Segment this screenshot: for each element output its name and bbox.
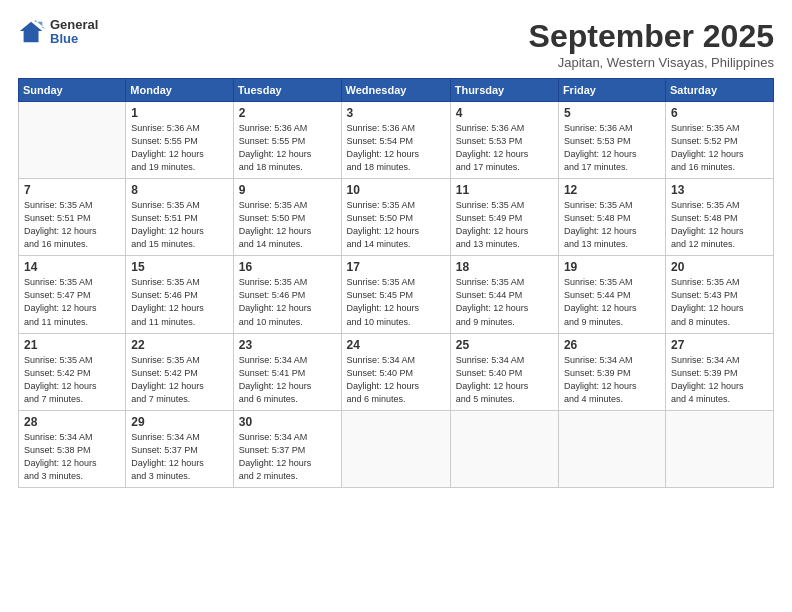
week-row-3: 14Sunrise: 5:35 AM Sunset: 5:47 PM Dayli… [19, 256, 774, 333]
logo-icon [18, 18, 46, 46]
header-cell-thursday: Thursday [450, 79, 558, 102]
week-row-5: 28Sunrise: 5:34 AM Sunset: 5:38 PM Dayli… [19, 410, 774, 487]
day-number: 23 [239, 338, 336, 352]
day-info: Sunrise: 5:35 AM Sunset: 5:47 PM Dayligh… [24, 276, 120, 328]
svg-marker-0 [20, 22, 42, 43]
day-cell: 25Sunrise: 5:34 AM Sunset: 5:40 PM Dayli… [450, 333, 558, 410]
day-cell [19, 102, 126, 179]
day-cell: 24Sunrise: 5:34 AM Sunset: 5:40 PM Dayli… [341, 333, 450, 410]
day-info: Sunrise: 5:36 AM Sunset: 5:53 PM Dayligh… [564, 122, 660, 174]
day-number: 20 [671, 260, 768, 274]
day-number: 5 [564, 106, 660, 120]
title-block: September 2025 Japitan, Western Visayas,… [529, 18, 774, 70]
day-number: 16 [239, 260, 336, 274]
day-info: Sunrise: 5:35 AM Sunset: 5:42 PM Dayligh… [131, 354, 227, 406]
day-cell: 21Sunrise: 5:35 AM Sunset: 5:42 PM Dayli… [19, 333, 126, 410]
day-cell: 1Sunrise: 5:36 AM Sunset: 5:55 PM Daylig… [126, 102, 233, 179]
day-info: Sunrise: 5:34 AM Sunset: 5:39 PM Dayligh… [564, 354, 660, 406]
day-cell: 9Sunrise: 5:35 AM Sunset: 5:50 PM Daylig… [233, 179, 341, 256]
day-cell: 23Sunrise: 5:34 AM Sunset: 5:41 PM Dayli… [233, 333, 341, 410]
calendar-table: SundayMondayTuesdayWednesdayThursdayFrid… [18, 78, 774, 488]
day-cell: 10Sunrise: 5:35 AM Sunset: 5:50 PM Dayli… [341, 179, 450, 256]
day-cell: 17Sunrise: 5:35 AM Sunset: 5:45 PM Dayli… [341, 256, 450, 333]
day-cell: 7Sunrise: 5:35 AM Sunset: 5:51 PM Daylig… [19, 179, 126, 256]
day-info: Sunrise: 5:35 AM Sunset: 5:48 PM Dayligh… [671, 199, 768, 251]
day-cell: 15Sunrise: 5:35 AM Sunset: 5:46 PM Dayli… [126, 256, 233, 333]
day-cell: 12Sunrise: 5:35 AM Sunset: 5:48 PM Dayli… [558, 179, 665, 256]
header-row: SundayMondayTuesdayWednesdayThursdayFrid… [19, 79, 774, 102]
day-cell: 20Sunrise: 5:35 AM Sunset: 5:43 PM Dayli… [665, 256, 773, 333]
day-number: 4 [456, 106, 553, 120]
day-info: Sunrise: 5:36 AM Sunset: 5:55 PM Dayligh… [131, 122, 227, 174]
day-info: Sunrise: 5:34 AM Sunset: 5:40 PM Dayligh… [347, 354, 445, 406]
day-info: Sunrise: 5:34 AM Sunset: 5:41 PM Dayligh… [239, 354, 336, 406]
day-number: 12 [564, 183, 660, 197]
day-number: 27 [671, 338, 768, 352]
day-number: 19 [564, 260, 660, 274]
day-info: Sunrise: 5:35 AM Sunset: 5:51 PM Dayligh… [131, 199, 227, 251]
day-cell: 22Sunrise: 5:35 AM Sunset: 5:42 PM Dayli… [126, 333, 233, 410]
day-cell: 18Sunrise: 5:35 AM Sunset: 5:44 PM Dayli… [450, 256, 558, 333]
day-number: 28 [24, 415, 120, 429]
location: Japitan, Western Visayas, Philippines [529, 55, 774, 70]
day-number: 7 [24, 183, 120, 197]
day-number: 11 [456, 183, 553, 197]
week-row-4: 21Sunrise: 5:35 AM Sunset: 5:42 PM Dayli… [19, 333, 774, 410]
day-number: 30 [239, 415, 336, 429]
day-cell [665, 410, 773, 487]
day-number: 2 [239, 106, 336, 120]
day-info: Sunrise: 5:36 AM Sunset: 5:55 PM Dayligh… [239, 122, 336, 174]
day-info: Sunrise: 5:35 AM Sunset: 5:51 PM Dayligh… [24, 199, 120, 251]
day-number: 9 [239, 183, 336, 197]
calendar-header: SundayMondayTuesdayWednesdayThursdayFrid… [19, 79, 774, 102]
day-number: 8 [131, 183, 227, 197]
day-number: 1 [131, 106, 227, 120]
day-number: 18 [456, 260, 553, 274]
day-number: 17 [347, 260, 445, 274]
day-cell: 5Sunrise: 5:36 AM Sunset: 5:53 PM Daylig… [558, 102, 665, 179]
day-info: Sunrise: 5:35 AM Sunset: 5:50 PM Dayligh… [347, 199, 445, 251]
day-cell: 14Sunrise: 5:35 AM Sunset: 5:47 PM Dayli… [19, 256, 126, 333]
day-number: 13 [671, 183, 768, 197]
day-cell: 26Sunrise: 5:34 AM Sunset: 5:39 PM Dayli… [558, 333, 665, 410]
day-info: Sunrise: 5:35 AM Sunset: 5:44 PM Dayligh… [456, 276, 553, 328]
day-info: Sunrise: 5:34 AM Sunset: 5:40 PM Dayligh… [456, 354, 553, 406]
day-info: Sunrise: 5:35 AM Sunset: 5:44 PM Dayligh… [564, 276, 660, 328]
day-info: Sunrise: 5:34 AM Sunset: 5:39 PM Dayligh… [671, 354, 768, 406]
day-number: 15 [131, 260, 227, 274]
header: General Blue September 2025 Japitan, Wes… [18, 18, 774, 70]
page: General Blue September 2025 Japitan, Wes… [0, 0, 792, 612]
day-number: 29 [131, 415, 227, 429]
day-number: 10 [347, 183, 445, 197]
day-info: Sunrise: 5:34 AM Sunset: 5:38 PM Dayligh… [24, 431, 120, 483]
header-cell-monday: Monday [126, 79, 233, 102]
day-info: Sunrise: 5:34 AM Sunset: 5:37 PM Dayligh… [131, 431, 227, 483]
day-cell: 4Sunrise: 5:36 AM Sunset: 5:53 PM Daylig… [450, 102, 558, 179]
day-cell: 30Sunrise: 5:34 AM Sunset: 5:37 PM Dayli… [233, 410, 341, 487]
day-cell: 19Sunrise: 5:35 AM Sunset: 5:44 PM Dayli… [558, 256, 665, 333]
day-info: Sunrise: 5:35 AM Sunset: 5:49 PM Dayligh… [456, 199, 553, 251]
day-info: Sunrise: 5:35 AM Sunset: 5:46 PM Dayligh… [239, 276, 336, 328]
day-number: 14 [24, 260, 120, 274]
day-cell [558, 410, 665, 487]
logo: General Blue [18, 18, 98, 47]
week-row-1: 1Sunrise: 5:36 AM Sunset: 5:55 PM Daylig… [19, 102, 774, 179]
header-cell-tuesday: Tuesday [233, 79, 341, 102]
header-cell-wednesday: Wednesday [341, 79, 450, 102]
day-info: Sunrise: 5:36 AM Sunset: 5:53 PM Dayligh… [456, 122, 553, 174]
calendar-body: 1Sunrise: 5:36 AM Sunset: 5:55 PM Daylig… [19, 102, 774, 488]
day-cell: 28Sunrise: 5:34 AM Sunset: 5:38 PM Dayli… [19, 410, 126, 487]
day-cell: 3Sunrise: 5:36 AM Sunset: 5:54 PM Daylig… [341, 102, 450, 179]
logo-text: General Blue [50, 18, 98, 47]
day-cell: 6Sunrise: 5:35 AM Sunset: 5:52 PM Daylig… [665, 102, 773, 179]
day-info: Sunrise: 5:35 AM Sunset: 5:48 PM Dayligh… [564, 199, 660, 251]
day-cell [341, 410, 450, 487]
day-info: Sunrise: 5:36 AM Sunset: 5:54 PM Dayligh… [347, 122, 445, 174]
day-cell: 2Sunrise: 5:36 AM Sunset: 5:55 PM Daylig… [233, 102, 341, 179]
day-number: 26 [564, 338, 660, 352]
day-number: 25 [456, 338, 553, 352]
day-cell: 13Sunrise: 5:35 AM Sunset: 5:48 PM Dayli… [665, 179, 773, 256]
day-number: 24 [347, 338, 445, 352]
day-cell: 29Sunrise: 5:34 AM Sunset: 5:37 PM Dayli… [126, 410, 233, 487]
day-cell [450, 410, 558, 487]
